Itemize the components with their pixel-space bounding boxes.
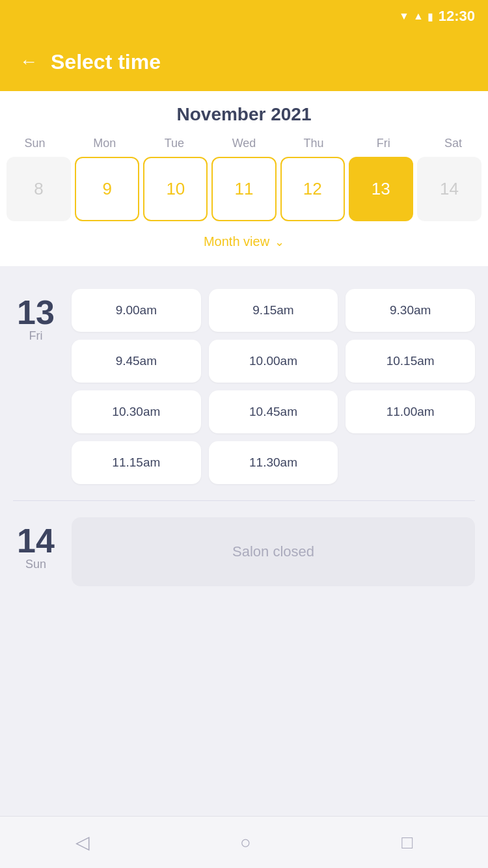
day-10[interactable]: 10 (143, 157, 208, 221)
wifi-icon: ▼ (399, 10, 409, 22)
nav-recent-icon[interactable]: □ (401, 832, 413, 853)
signal-icon: ▲ (413, 10, 424, 22)
month-view-label: Month view (204, 234, 269, 249)
day-9[interactable]: 9 (75, 157, 139, 221)
friday-slots-grid: 9.00am 9.15am 9.30am 9.45am 10.00am 10.1… (72, 289, 475, 484)
slot-1000am[interactable]: 10.00am (209, 340, 338, 383)
slot-1015am[interactable]: 10.15am (346, 340, 475, 383)
day-11[interactable]: 11 (211, 157, 276, 221)
days-row: 8 9 10 11 12 13 14 (0, 157, 488, 228)
calendar-section: November 2021 Sun Mon Tue Wed Thu Fri Sa… (0, 91, 488, 266)
timeslots-section: 13 Fri 9.00am 9.15am 9.30am 9.45am 10.00… (0, 266, 488, 609)
slot-1100am[interactable]: 11.00am (346, 390, 475, 433)
page-title: Select time (51, 50, 161, 74)
status-bar: ▼ ▲ ▮ 12:30 (0, 0, 488, 33)
weekday-fri: Fri (349, 137, 418, 150)
status-time: 12:30 (439, 8, 475, 25)
saturday-section: 14 Sun Salon closed (0, 508, 488, 596)
weekday-thu: Thu (279, 137, 349, 150)
friday-day-number: 13 (17, 295, 55, 329)
saturday-label: 14 Sun (13, 517, 59, 586)
day-13[interactable]: 13 (349, 157, 413, 221)
day-12[interactable]: 12 (280, 157, 345, 221)
saturday-day-name: Sun (25, 558, 46, 571)
section-divider (13, 500, 475, 501)
status-icons: ▼ ▲ ▮ (399, 10, 433, 23)
nav-bar: ◁ ○ □ (0, 816, 488, 868)
salon-closed-text: Salon closed (232, 543, 314, 560)
friday-label: 13 Fri (13, 289, 59, 484)
slot-1045am[interactable]: 10.45am (209, 390, 338, 433)
slot-1115am[interactable]: 11.15am (72, 441, 201, 484)
nav-back-icon[interactable]: ◁ (75, 832, 90, 853)
slot-915am[interactable]: 9.15am (209, 289, 338, 332)
friday-day-name: Fri (29, 329, 43, 343)
month-view-toggle[interactable]: Month view ⌄ (0, 228, 488, 260)
weekday-sat: Sat (418, 137, 488, 150)
month-year-title: November 2021 (0, 104, 488, 125)
salon-closed-box: Salon closed (72, 517, 475, 586)
chevron-down-icon: ⌄ (275, 235, 284, 249)
slot-1030am[interactable]: 10.30am (72, 390, 201, 433)
nav-home-icon[interactable]: ○ (240, 832, 251, 853)
slot-900am[interactable]: 9.00am (72, 289, 201, 332)
back-button[interactable]: ← (20, 53, 38, 71)
slot-930am[interactable]: 9.30am (346, 289, 475, 332)
weekday-sun: Sun (0, 137, 70, 150)
slot-1130am[interactable]: 11.30am (209, 441, 338, 484)
day-8[interactable]: 8 (7, 157, 71, 221)
slot-945am[interactable]: 9.45am (72, 340, 201, 383)
battery-icon: ▮ (427, 10, 433, 23)
app-header: ← Select time (0, 33, 488, 91)
weekday-wed: Wed (209, 137, 278, 150)
weekday-tue: Tue (139, 137, 209, 150)
weekday-mon: Mon (70, 137, 139, 150)
day-14[interactable]: 14 (417, 157, 481, 221)
weekdays-row: Sun Mon Tue Wed Thu Fri Sat (0, 137, 488, 150)
saturday-day-number: 14 (17, 524, 55, 558)
friday-section: 13 Fri 9.00am 9.15am 9.30am 9.45am 10.00… (0, 279, 488, 494)
